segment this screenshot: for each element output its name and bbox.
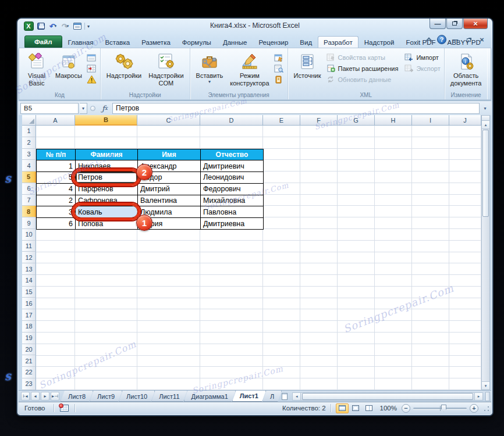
zoom-track[interactable] <box>413 408 467 409</box>
column-header-C[interactable]: C <box>137 115 200 126</box>
ribbon-tab-главная[interactable]: Главная <box>62 36 100 48</box>
visual-basic-button[interactable]: Visual Basic <box>23 51 51 88</box>
resize-grip[interactable] <box>482 405 490 413</box>
workbook-close-button[interactable]: ✕ <box>477 37 487 43</box>
cell-A9[interactable]: 6 <box>37 218 76 230</box>
view-code-button[interactable] <box>274 64 284 73</box>
formula-input[interactable]: Петров <box>112 103 480 114</box>
map-properties-button[interactable]: Свойства карты <box>326 52 399 63</box>
row-header-1[interactable]: 1 <box>22 126 36 137</box>
zoom-thumb[interactable] <box>441 405 446 412</box>
import-button[interactable]: Импорт <box>404 52 440 63</box>
workbook-restore-button[interactable] <box>464 37 473 43</box>
tab-split-handle[interactable] <box>485 392 490 401</box>
row-header-5[interactable]: 5 <box>22 171 36 183</box>
column-header-B[interactable]: B <box>75 115 137 126</box>
cell-D9[interactable]: Дмитриевна <box>201 218 264 230</box>
ribbon-tab-рецензир[interactable]: Рецензир <box>253 36 294 48</box>
ribbon-tab-файл[interactable]: Файл <box>24 35 62 48</box>
row-header-12[interactable]: 12 <box>22 252 36 263</box>
ribbon-tab-формулы[interactable]: Формулы <box>176 36 217 48</box>
horizontal-scroll-thumb[interactable] <box>302 393 473 400</box>
scroll-left-icon[interactable]: ◂ <box>292 392 301 401</box>
column-header-F[interactable]: F <box>300 115 338 126</box>
vertical-scrollbar[interactable]: ▴ ▾ <box>481 115 490 390</box>
cell-D6[interactable]: Федорович <box>201 184 264 195</box>
insert-function-button[interactable]: ƒx <box>98 103 111 114</box>
row-header-9[interactable]: 9 <box>22 217 36 229</box>
row-header-10[interactable]: 10 <box>22 229 36 241</box>
row-header-17[interactable]: 17 <box>22 309 36 321</box>
scroll-down-icon[interactable]: ▾ <box>482 381 489 389</box>
scroll-up-icon[interactable]: ▴ <box>482 121 489 129</box>
row-header-11[interactable]: 11 <box>22 241 36 252</box>
ribbon-tab-надстрой[interactable]: Надстрой <box>359 36 400 48</box>
cell-C7[interactable]: Валентина <box>138 195 201 207</box>
grid-body[interactable]: № п/пФамилияИмяОтчество1НиколаевАлександ… <box>36 126 481 390</box>
record-macro-button[interactable] <box>87 53 97 62</box>
cell-A5[interactable]: 5 <box>37 172 76 184</box>
column-header-D[interactable]: D <box>200 115 263 126</box>
name-box[interactable]: B5 <box>20 103 79 114</box>
page-break-view-button[interactable] <box>363 403 375 413</box>
ribbon-tab-вид[interactable]: Вид <box>294 36 318 48</box>
sheet-tab-лист9[interactable]: Лист9 <box>90 391 122 402</box>
formula-bar-expand-icon[interactable]: ▾ <box>481 103 489 114</box>
column-header-H[interactable]: H <box>375 115 412 126</box>
horizontal-scrollbar[interactable]: ◂ ▸ <box>292 392 483 401</box>
last-sheet-icon[interactable]: ▸⊣ <box>51 392 59 401</box>
macro-security-button[interactable] <box>87 75 97 84</box>
sheet-tab-диаграмма1[interactable]: Диаграмма1 <box>184 391 236 402</box>
sheet-tab-лист11[interactable]: Лист11 <box>151 391 187 402</box>
design-mode-button[interactable]: Режим конструктора <box>228 51 271 88</box>
column-header-G[interactable]: G <box>338 115 375 126</box>
cell-D4[interactable]: Дмитриевич <box>201 160 264 172</box>
run-dialog-button[interactable] <box>274 75 284 84</box>
zoom-out-button[interactable]: − <box>402 404 410 413</box>
cell-D5[interactable]: Леонидович <box>201 172 264 184</box>
close-button[interactable]: × <box>463 19 488 29</box>
formula-bar-resize-dot[interactable] <box>90 106 95 111</box>
cell-D8[interactable]: Павловна <box>201 206 264 218</box>
column-header-I[interactable]: I <box>412 115 449 126</box>
xml-source-button[interactable]: Источник <box>292 51 324 81</box>
record-macro-status-icon[interactable] <box>60 405 69 412</box>
zoom-in-button[interactable]: + <box>470 404 478 413</box>
column-header-J[interactable]: J <box>449 115 481 126</box>
cell-A6[interactable]: 4 <box>37 184 76 195</box>
cell-A7[interactable]: 2 <box>37 195 76 207</box>
row-header-22[interactable]: 22 <box>22 367 36 378</box>
macros-button[interactable]: Макросы <box>53 51 84 81</box>
sheet-tab-лист1[interactable]: Лист1 <box>232 391 266 402</box>
row-header-23[interactable]: 23 <box>22 378 36 390</box>
workbook-minimize-button[interactable]: — <box>450 37 460 43</box>
vertical-scroll-thumb[interactable] <box>482 130 489 217</box>
ribbon-tab-данные[interactable]: Данные <box>217 36 253 48</box>
page-layout-view-button[interactable] <box>349 403 362 413</box>
minimize-button[interactable]: — <box>430 19 446 29</box>
row-header-3[interactable]: 3 <box>22 149 36 160</box>
row-header-21[interactable]: 21 <box>22 355 36 367</box>
name-box-dropdown-icon[interactable]: ▾ <box>80 103 87 114</box>
first-sheet-icon[interactable]: ⊦◂ <box>21 392 30 401</box>
select-all-corner[interactable] <box>22 115 36 126</box>
ribbon-tab-разработ[interactable]: Разработ <box>318 36 359 48</box>
row-header-4[interactable]: 4 <box>22 160 36 171</box>
document-panel-button[interactable]: i Область документа <box>448 51 484 88</box>
restore-button[interactable] <box>446 19 463 29</box>
relative-references-button[interactable] <box>87 64 97 73</box>
column-header-E[interactable]: E <box>263 115 300 126</box>
row-header-6[interactable]: 6 <box>22 183 36 195</box>
row-header-16[interactable]: 16 <box>22 298 36 309</box>
refresh-data-button[interactable]: Обновить данные <box>326 74 399 85</box>
row-header-15[interactable]: 15 <box>22 287 36 298</box>
cell-C6[interactable]: Дмитрий <box>138 184 201 195</box>
collapse-ribbon-icon[interactable] <box>425 36 433 43</box>
insert-controls-button[interactable]: Вставить ▾ <box>194 51 226 85</box>
row-header-2[interactable]: 2 <box>22 137 36 149</box>
sheet-tab-лист10[interactable]: Лист10 <box>119 391 155 402</box>
row-header-19[interactable]: 19 <box>22 333 36 344</box>
cell-A4[interactable]: 1 <box>37 160 76 172</box>
help-icon[interactable]: ? <box>437 35 446 44</box>
prev-sheet-icon[interactable]: ◂ <box>31 392 40 401</box>
